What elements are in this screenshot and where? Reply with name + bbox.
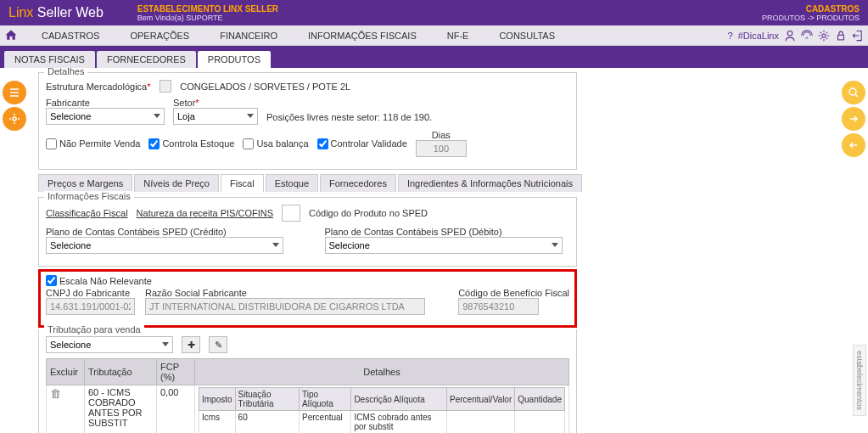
planocred-label: Plano de Contas Contábeis SPED (Crédito) xyxy=(46,227,291,237)
subtab-fornecedores[interactable]: Fornecedores xyxy=(320,174,396,192)
planodeb-select[interactable]: Selecione xyxy=(325,237,563,254)
tributacao-table: Excluir Tributação FCP (%) Detalhes 🗑 60… xyxy=(46,358,569,433)
welcome-text: Bem Vindo(a) SUPORTE xyxy=(137,14,278,22)
menu-financeiro[interactable]: FINANCEIRO xyxy=(204,25,293,46)
natureza-link[interactable]: Natureza da receita PIS/COFINS xyxy=(137,208,273,218)
dias-input[interactable] xyxy=(416,140,467,157)
classfiscal-link[interactable]: Classificação Fiscal xyxy=(46,208,128,218)
exit-icon[interactable] xyxy=(852,30,864,42)
menu-infofiscais[interactable]: INFORMAÇÕES FISCAIS xyxy=(293,25,432,46)
planodeb-label: Plano de Contas Contábeis SPED (Débito) xyxy=(325,227,570,237)
cnpj-input[interactable] xyxy=(46,298,135,315)
chk-usabalanca[interactable]: Usa balança xyxy=(243,138,308,149)
subtab-niveis[interactable]: Níveis de Preço xyxy=(134,174,219,192)
highlighted-section: Escala Não Relevante CNPJ do Fabricante … xyxy=(38,269,577,328)
detalhes-legend: Detalhes xyxy=(44,68,87,76)
chk-escala[interactable]: Escala Não Relevante xyxy=(46,275,569,286)
side-forward-icon[interactable] xyxy=(842,107,865,131)
estrutura-label: Estrutura Mercadológica* xyxy=(46,82,151,92)
side-back-icon[interactable] xyxy=(842,133,865,157)
lock-icon[interactable] xyxy=(835,30,847,42)
side-search-icon[interactable] xyxy=(842,81,865,104)
gear-icon[interactable] xyxy=(818,30,830,42)
estrutura-value: CONGELADOS / SORVETES / POTE 2L xyxy=(180,82,350,92)
delete-icon[interactable]: 🗑 xyxy=(50,387,61,400)
add-button[interactable]: ✚ xyxy=(182,336,200,353)
subtab-fiscal[interactable]: Fiscal xyxy=(221,174,264,192)
section-title: CADASTROS xyxy=(762,4,860,14)
estrutura-button[interactable] xyxy=(160,80,172,93)
establishment-block: ESTABELECIMENTO LINX SELLER Bem Vindo(a)… xyxy=(137,4,278,22)
estabelecimentos-tab[interactable]: estabelecimentos xyxy=(853,345,866,416)
razao-label: Razão Social Fabricante xyxy=(145,288,448,298)
signal-icon[interactable] xyxy=(801,30,813,42)
home-icon[interactable] xyxy=(4,29,18,42)
user-icon[interactable] xyxy=(784,30,796,42)
app-header: Linx Seller Web ESTABELECIMENTO LINX SEL… xyxy=(0,0,868,25)
table-row: 🗑 60 - ICMS COBRADO ANTES POR SUBSTIT 0,… xyxy=(47,385,569,434)
fiscal-fieldset: Informações Fiscais Classificação Fiscal… xyxy=(38,197,577,267)
breadcrumb: PRODUTOS -> PRODUTOS xyxy=(762,14,860,22)
help-icon[interactable]: ? xyxy=(728,31,733,41)
th-tributacao: Tributação xyxy=(85,359,157,385)
menu-cadastros[interactable]: CADASTROS xyxy=(26,25,115,46)
logo: Linx Seller Web xyxy=(8,5,104,20)
posicoes-text: Posições livres neste setor: 118 de 190. xyxy=(266,112,432,122)
side-list-icon[interactable] xyxy=(3,81,26,104)
tributacao-select[interactable]: Selecione xyxy=(46,336,173,353)
tributacao-fieldset: Tributação para venda Selecione ✚ ✎ Excl… xyxy=(38,329,577,433)
setor-select[interactable]: Loja xyxy=(173,108,258,125)
page-tabs: NOTAS FISCAIS FORNECEDORES PRODUTOS xyxy=(0,46,868,68)
benef-input[interactable] xyxy=(458,298,539,315)
benef-label: Código de Benefício Fiscal xyxy=(458,288,569,298)
edit-button[interactable]: ✎ xyxy=(209,336,227,353)
dicalinx-link[interactable]: #DicaLinx xyxy=(738,31,779,41)
subtab-ingredientes[interactable]: Ingredientes & Informações Nutricionais xyxy=(398,174,582,192)
cnpj-label: CNPJ do Fabricante xyxy=(46,288,135,298)
fiscal-legend: Informações Fiscais xyxy=(44,191,134,201)
chk-naopermite[interactable]: Não Permite Venda xyxy=(46,138,140,149)
th-detalhes: Detalhes xyxy=(195,359,569,385)
menu-consultas[interactable]: CONSULTAS xyxy=(484,25,570,46)
product-subtabs: Preços e Margens Níveis de Preço Fiscal … xyxy=(38,174,830,192)
natureza-input[interactable] xyxy=(282,205,300,222)
setor-label: Setor* xyxy=(173,98,258,108)
tab-notas[interactable]: NOTAS FISCAIS xyxy=(4,51,95,68)
th-fcp: FCP (%) xyxy=(157,359,195,385)
chk-controlarvalidade[interactable]: Controlar Validade xyxy=(317,138,407,149)
cell-fcp: 0,00 xyxy=(157,385,195,434)
cell-tributacao: 60 - ICMS COBRADO ANTES POR SUBSTIT xyxy=(85,385,157,434)
establishment-title: ESTABELECIMENTO LINX SELLER xyxy=(137,4,278,14)
svg-point-0 xyxy=(787,31,792,36)
detalhes-fieldset: Detalhes Estrutura Mercadológica* CONGEL… xyxy=(38,72,577,170)
fabricante-select[interactable]: Selecione xyxy=(46,108,165,125)
svg-point-4 xyxy=(849,88,856,95)
planocred-select[interactable]: Selecione xyxy=(46,237,283,254)
menu-nfe[interactable]: NF-E xyxy=(432,25,484,46)
menu-operacoes[interactable]: OPERAÇÕES xyxy=(115,25,204,46)
side-gear-icon[interactable] xyxy=(3,107,26,131)
chk-controlaestoque[interactable]: Controla Estoque xyxy=(148,138,234,149)
dias-label: Dias xyxy=(416,130,467,140)
subtab-precos[interactable]: Preços e Margens xyxy=(38,174,132,192)
breadcrumb-block: CADASTROS PRODUTOS -> PRODUTOS xyxy=(762,4,860,22)
tab-fornecedores[interactable]: FORNECEDORES xyxy=(97,51,196,68)
razao-input[interactable] xyxy=(145,298,425,315)
svg-rect-2 xyxy=(838,35,844,40)
svg-point-1 xyxy=(822,33,826,37)
fabricante-label: Fabricante xyxy=(46,98,165,108)
sped-label: Código do Produto no SPED xyxy=(309,208,428,218)
subtab-estoque[interactable]: Estoque xyxy=(266,174,318,192)
tab-produtos[interactable]: PRODUTOS xyxy=(198,51,271,68)
main-menu: CADASTROS OPERAÇÕES FINANCEIRO INFORMAÇÕ… xyxy=(0,25,868,46)
th-excluir: Excluir xyxy=(47,359,85,385)
svg-point-3 xyxy=(13,117,16,121)
tributacao-legend: Tributação para venda xyxy=(44,324,144,335)
